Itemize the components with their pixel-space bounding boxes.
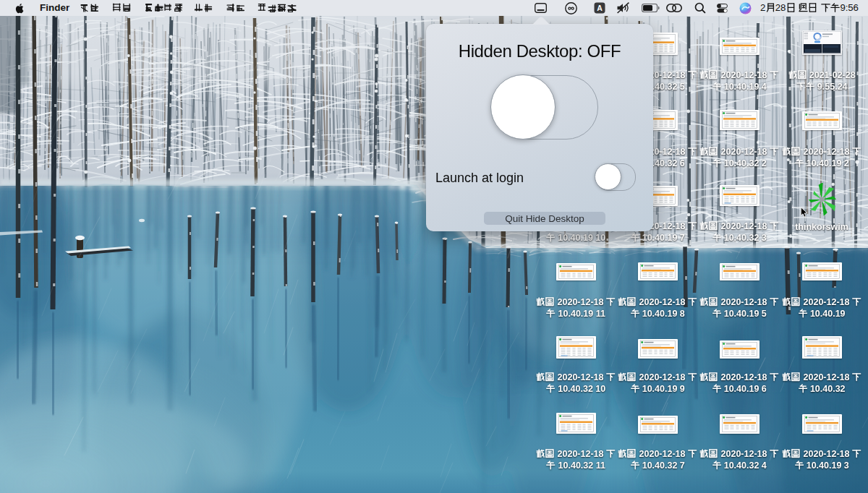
- svg-text:A: A: [597, 4, 603, 12]
